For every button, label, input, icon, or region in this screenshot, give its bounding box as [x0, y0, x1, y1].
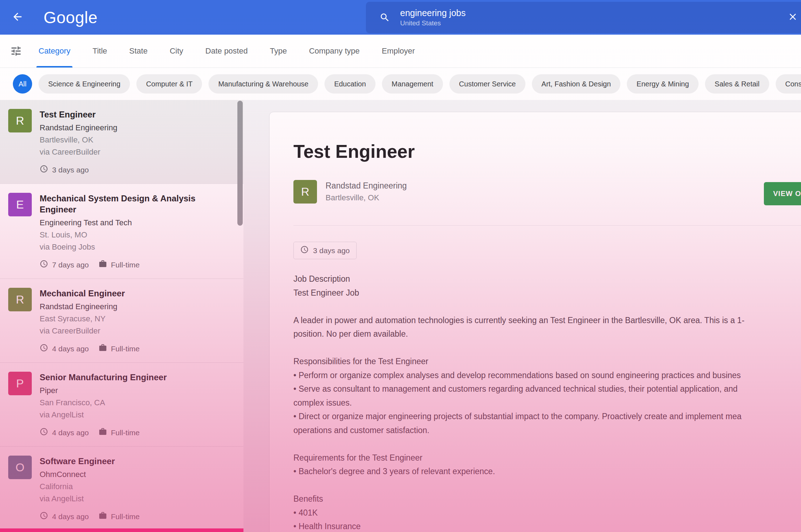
back-button[interactable] — [9, 9, 26, 26]
job-info: Mechanical System Design & Analysis Engi… — [40, 193, 233, 270]
job-type-wrap: Full-time — [99, 343, 140, 354]
list-scrollbar-thumb[interactable] — [237, 101, 243, 226]
clock-icon — [40, 343, 48, 354]
description-line: • Health Insurance — [293, 520, 801, 532]
job-location: Bartlesville, OK — [40, 134, 117, 146]
job-location: California — [40, 481, 140, 493]
filter-tab[interactable]: Company type — [309, 35, 360, 67]
briefcase-icon — [99, 343, 107, 354]
job-title: Test Engineer — [40, 109, 117, 120]
job-card[interactable]: R Mechanical Engineer Randstad Engineeri… — [0, 279, 243, 363]
category-chip[interactable]: Energy & Mining — [627, 74, 699, 94]
search-query[interactable]: engineering jobs — [400, 7, 465, 18]
job-source: via AngelList — [40, 493, 140, 505]
close-icon — [787, 11, 798, 24]
detail-company-row: R Randstad Engineering Bartlesville, OK — [293, 180, 407, 204]
job-title: Software Engineer — [40, 456, 140, 467]
close-button[interactable] — [787, 11, 798, 24]
description-line: • 401K — [293, 506, 801, 520]
category-chip[interactable]: Computer & IT — [136, 74, 202, 94]
company-avatar: O — [8, 456, 32, 479]
description-line: Responsibilities for the Test Engineer — [293, 355, 801, 368]
search-text: engineering jobs United States — [400, 7, 465, 27]
view-job-button[interactable]: VIEW O — [764, 182, 801, 205]
posted-chip: 3 days ago — [293, 242, 357, 259]
header: Google engineering jobs United States — [0, 0, 801, 35]
category-chip[interactable]: Sales & Retail — [705, 74, 769, 94]
job-description: Job Description Test Engineer Job A lead… — [293, 272, 801, 532]
description-line: Test Engineer Job — [293, 286, 801, 300]
job-meta: 7 days ago Full-time — [40, 260, 233, 270]
description-line: complex issues. — [293, 396, 801, 410]
category-chip[interactable]: Art, Fashion & Design — [532, 74, 621, 94]
clock-icon — [300, 245, 309, 256]
detail-company-name: Randstad Engineering — [326, 180, 407, 191]
description-line — [293, 341, 801, 355]
filter-tab[interactable]: State — [129, 35, 147, 67]
job-info: Senior Manufacturing Engineer Piper San … — [40, 372, 167, 438]
job-card[interactable]: O Software Engineer OhmConnect Californi… — [0, 447, 243, 531]
job-posted: 4 days ago — [52, 428, 89, 437]
company-avatar: E — [8, 193, 32, 216]
category-chip[interactable]: Management — [382, 74, 443, 94]
search-box[interactable]: engineering jobs United States — [366, 2, 801, 33]
briefcase-icon — [99, 511, 107, 522]
description-line: • Direct or organize major engineering p… — [293, 410, 801, 423]
job-company: Piper — [40, 385, 167, 397]
briefcase-icon — [99, 260, 107, 270]
job-title: Mechanical System Design & Analysis Engi… — [40, 193, 233, 215]
job-source: via AngelList — [40, 409, 167, 421]
description-line — [293, 300, 801, 313]
company-avatar: R — [8, 288, 32, 311]
filter-tab[interactable]: Date posted — [205, 35, 248, 67]
company-avatar: R — [8, 109, 32, 132]
search-icon — [379, 12, 390, 23]
detail-company-avatar: R — [293, 180, 317, 204]
job-card[interactable]: E Mechanical System Design & Analysis En… — [0, 184, 243, 279]
category-chip[interactable]: Construction — [776, 74, 801, 94]
filter-tab[interactable]: Type — [270, 35, 287, 67]
category-chip[interactable]: Manufacturing & Warehouse — [208, 74, 318, 94]
job-title: Senior Manufacturing Engineer — [40, 372, 167, 383]
job-type-wrap: Full-time — [99, 427, 140, 438]
filter-tab[interactable]: City — [170, 35, 183, 67]
detail-company-location: Bartlesville, OK — [326, 192, 407, 203]
filter-tab[interactable]: Category — [39, 35, 70, 67]
job-company: Randstad Engineering — [40, 301, 140, 313]
clock-icon — [40, 165, 48, 175]
description-line: Job Description — [293, 272, 801, 286]
clock-icon — [40, 260, 48, 270]
job-company: Engineering Test and Tech — [40, 217, 233, 229]
job-card[interactable]: R Test Engineer Randstad Engineering Bar… — [0, 100, 243, 184]
job-title: Mechanical Engineer — [40, 288, 140, 299]
screen: Google engineering jobs United States Ca… — [0, 0, 801, 532]
category-chip[interactable]: Science & Engineering — [39, 74, 130, 94]
job-source: via Boeing Jobs — [40, 241, 233, 253]
filter-tune-icon[interactable] — [10, 45, 22, 57]
job-location: St. Louis, MO — [40, 229, 233, 241]
category-chip[interactable]: Education — [324, 74, 376, 94]
description-line: Benefits — [293, 492, 801, 506]
job-posted: 4 days ago — [52, 512, 89, 521]
detail-posted: 3 days ago — [313, 246, 350, 255]
category-chip[interactable]: All — [13, 74, 32, 94]
category-chips-row: All Science & Engineering Computer & IT … — [0, 68, 801, 100]
job-company: OhmConnect — [40, 468, 140, 481]
job-meta: 4 days ago Full-time — [40, 427, 167, 438]
back-arrow-icon — [11, 11, 24, 24]
job-meta: 3 days ago — [40, 165, 117, 175]
job-detail-panel: Test Engineer R Randstad Engineering Bar… — [269, 112, 801, 532]
description-line: • Perform or organize complex analyses a… — [293, 368, 801, 382]
filter-tabs-row: Category Title State City Date posted Ty… — [0, 35, 801, 68]
filter-tabs: Category Title State City Date posted Ty… — [39, 35, 415, 67]
job-meta: 4 days ago Full-time — [40, 343, 140, 354]
job-info: Test Engineer Randstad Engineering Bartl… — [40, 109, 117, 175]
job-source: via CareerBuilder — [40, 325, 140, 337]
job-company: Randstad Engineering — [40, 122, 117, 134]
filter-tab[interactable]: Employer — [382, 35, 415, 67]
filter-tab[interactable]: Title — [92, 35, 107, 67]
job-type: Full-time — [111, 428, 140, 437]
job-card[interactable]: P Senior Manufacturing Engineer Piper Sa… — [0, 363, 243, 447]
description-line — [293, 478, 801, 492]
category-chip[interactable]: Customer Service — [449, 74, 525, 94]
